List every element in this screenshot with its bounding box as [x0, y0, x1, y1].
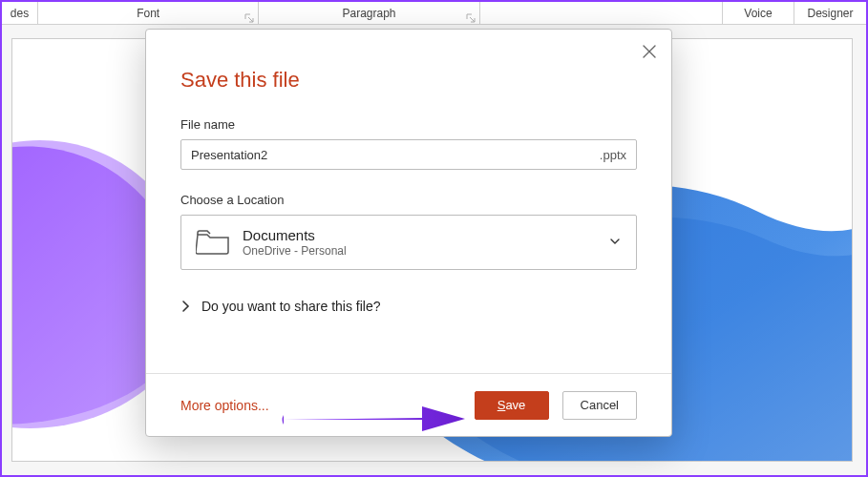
location-picker[interactable]: Documents OneDrive - Personal [180, 215, 637, 270]
ribbon-voice-label: Voice [744, 7, 772, 20]
location-label: Choose a Location [180, 193, 637, 207]
save-button-label: ave [505, 398, 525, 412]
more-options-link[interactable]: More options... [180, 398, 269, 413]
ribbon-group-designer[interactable]: Designer [794, 2, 866, 24]
file-extension-label: .pptx [600, 148, 626, 162]
filename-label: File name [180, 117, 637, 132]
ribbon-designer-label: Designer [808, 7, 854, 20]
ribbon-group-voice[interactable]: Voice [723, 2, 794, 24]
save-file-dialog: Save this file File name .pptx Choose a … [145, 29, 672, 437]
cancel-button[interactable]: Cancel [562, 391, 637, 420]
cancel-button-label: Cancel [581, 398, 619, 412]
close-icon [643, 45, 656, 58]
chevron-down-icon [609, 234, 625, 251]
close-button[interactable] [637, 39, 662, 64]
ribbon-group-font-label: Font [137, 7, 159, 20]
dialog-title: Save this file [180, 68, 637, 93]
ribbon-group-paragraph[interactable]: Paragraph [259, 2, 479, 24]
filename-input[interactable] [191, 148, 594, 162]
dialog-launcher-icon[interactable] [466, 12, 476, 22]
chevron-right-icon [180, 300, 190, 313]
ribbon-left-label: des [11, 7, 29, 20]
ribbon-bar: des Font Paragraph Voice Designer [2, 2, 866, 25]
save-button[interactable]: Save [475, 391, 549, 420]
share-expander[interactable]: Do you want to share this file? [180, 295, 637, 318]
folder-icon [193, 226, 233, 259]
filename-field[interactable]: .pptx [180, 139, 637, 170]
location-sublabel: OneDrive - Personal [243, 244, 609, 258]
dialog-launcher-icon[interactable] [244, 12, 254, 22]
ribbon-group-left: des [2, 2, 38, 24]
location-name: Documents [243, 227, 609, 244]
ribbon-group-blank [480, 2, 723, 24]
share-prompt-text: Do you want to share this file? [201, 299, 381, 314]
ribbon-group-font[interactable]: Font [38, 2, 259, 24]
ribbon-group-paragraph-label: Paragraph [342, 7, 395, 20]
dialog-footer: More options... Save Cancel [146, 373, 671, 436]
